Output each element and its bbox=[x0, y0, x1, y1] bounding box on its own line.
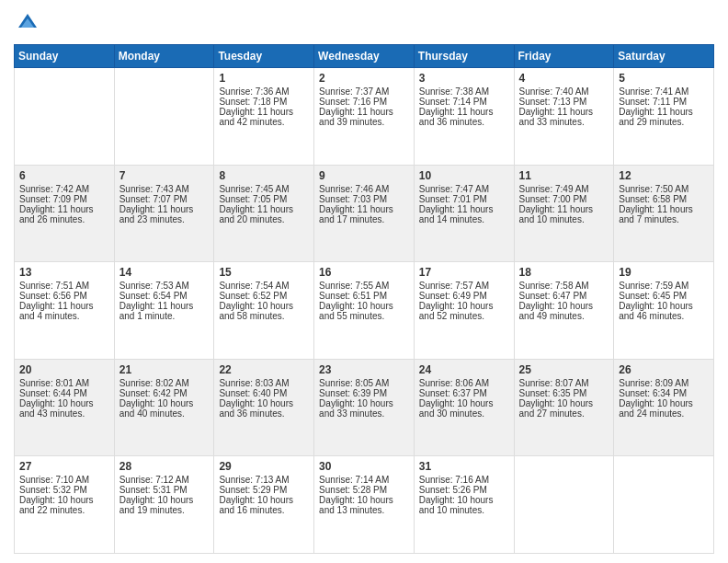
day-number: 1 bbox=[219, 72, 309, 85]
day-header-wednesday: Wednesday bbox=[314, 45, 415, 68]
sunrise-text: Sunrise: 7:54 AM bbox=[219, 281, 309, 291]
day-header-saturday: Saturday bbox=[614, 45, 714, 68]
day-number: 2 bbox=[319, 72, 409, 85]
daylight-text: Daylight: 11 hours and 7 minutes. bbox=[619, 204, 709, 224]
sunset-text: Sunset: 6:35 PM bbox=[519, 388, 609, 398]
daylight-text: Daylight: 10 hours and 22 minutes. bbox=[19, 495, 109, 515]
daylight-text: Daylight: 10 hours and 36 minutes. bbox=[219, 398, 309, 419]
daylight-text: Daylight: 11 hours and 23 minutes. bbox=[119, 204, 210, 224]
calendar-cell: 24Sunrise: 8:06 AMSunset: 6:37 PMDayligh… bbox=[414, 359, 514, 456]
calendar-cell bbox=[15, 68, 115, 166]
sunrise-text: Sunrise: 7:53 AM bbox=[119, 281, 210, 291]
day-number: 11 bbox=[519, 169, 609, 182]
daylight-text: Daylight: 10 hours and 52 minutes. bbox=[419, 301, 509, 321]
sunrise-text: Sunrise: 8:09 AM bbox=[619, 378, 709, 388]
day-number: 23 bbox=[319, 363, 409, 376]
sunrise-text: Sunrise: 8:05 AM bbox=[319, 378, 409, 388]
sunrise-text: Sunrise: 7:36 AM bbox=[219, 86, 309, 97]
calendar-cell: 28Sunrise: 7:12 AMSunset: 5:31 PMDayligh… bbox=[114, 456, 214, 554]
sunrise-text: Sunrise: 7:10 AM bbox=[19, 475, 109, 485]
daylight-text: Daylight: 11 hours and 14 minutes. bbox=[419, 204, 509, 224]
sunrise-text: Sunrise: 7:14 AM bbox=[319, 475, 409, 485]
sunset-text: Sunset: 6:39 PM bbox=[319, 388, 409, 398]
day-number: 21 bbox=[119, 363, 210, 376]
calendar-cell: 19Sunrise: 7:59 AMSunset: 6:45 PMDayligh… bbox=[614, 262, 714, 360]
day-number: 6 bbox=[19, 169, 109, 182]
day-number: 16 bbox=[319, 266, 409, 279]
sunrise-text: Sunrise: 7:13 AM bbox=[219, 475, 309, 485]
day-number: 3 bbox=[419, 72, 509, 85]
sunrise-text: Sunrise: 7:38 AM bbox=[419, 86, 509, 97]
calendar-cell bbox=[614, 456, 714, 554]
sunset-text: Sunset: 7:01 PM bbox=[419, 194, 509, 204]
calendar-cell: 22Sunrise: 8:03 AMSunset: 6:40 PMDayligh… bbox=[214, 359, 314, 456]
sunset-text: Sunset: 6:44 PM bbox=[19, 388, 109, 398]
calendar-table: SundayMondayTuesdayWednesdayThursdayFrid… bbox=[14, 44, 714, 554]
page: SundayMondayTuesdayWednesdayThursdayFrid… bbox=[0, 0, 728, 563]
sunset-text: Sunset: 6:37 PM bbox=[419, 388, 509, 398]
daylight-text: Daylight: 10 hours and 30 minutes. bbox=[419, 398, 509, 419]
week-row-2: 6Sunrise: 7:42 AMSunset: 7:09 PMDaylight… bbox=[15, 165, 714, 262]
sunset-text: Sunset: 7:11 PM bbox=[619, 97, 709, 107]
day-number: 20 bbox=[19, 363, 109, 376]
day-number: 28 bbox=[119, 460, 210, 473]
daylight-text: Daylight: 11 hours and 1 minute. bbox=[119, 301, 210, 321]
day-number: 5 bbox=[619, 72, 709, 85]
sunset-text: Sunset: 7:09 PM bbox=[19, 194, 109, 204]
day-number: 12 bbox=[619, 169, 709, 182]
calendar-cell: 12Sunrise: 7:50 AMSunset: 6:58 PMDayligh… bbox=[614, 165, 714, 262]
day-number: 27 bbox=[19, 460, 109, 473]
sunset-text: Sunset: 7:16 PM bbox=[319, 97, 409, 107]
week-row-4: 20Sunrise: 8:01 AMSunset: 6:44 PMDayligh… bbox=[15, 359, 714, 456]
day-number: 9 bbox=[319, 169, 409, 182]
calendar-cell bbox=[114, 68, 214, 166]
calendar-cell: 30Sunrise: 7:14 AMSunset: 5:28 PMDayligh… bbox=[314, 456, 415, 554]
sunrise-text: Sunrise: 8:01 AM bbox=[19, 378, 109, 388]
daylight-text: Daylight: 10 hours and 10 minutes. bbox=[419, 495, 509, 515]
sunrise-text: Sunrise: 7:50 AM bbox=[619, 184, 709, 194]
sunrise-text: Sunrise: 8:06 AM bbox=[419, 378, 509, 388]
daylight-text: Daylight: 10 hours and 58 minutes. bbox=[219, 301, 309, 321]
calendar-cell: 8Sunrise: 7:45 AMSunset: 7:05 PMDaylight… bbox=[214, 165, 314, 262]
calendar-cell: 10Sunrise: 7:47 AMSunset: 7:01 PMDayligh… bbox=[414, 165, 514, 262]
day-number: 30 bbox=[319, 460, 409, 473]
sunset-text: Sunset: 6:45 PM bbox=[619, 291, 709, 301]
day-number: 17 bbox=[419, 266, 509, 279]
calendar-cell: 15Sunrise: 7:54 AMSunset: 6:52 PMDayligh… bbox=[214, 262, 314, 360]
sunrise-text: Sunrise: 7:37 AM bbox=[319, 86, 409, 97]
sunset-text: Sunset: 6:54 PM bbox=[119, 291, 210, 301]
sunrise-text: Sunrise: 7:43 AM bbox=[119, 184, 210, 194]
daylight-text: Daylight: 10 hours and 43 minutes. bbox=[19, 398, 109, 419]
day-header-friday: Friday bbox=[514, 45, 614, 68]
calendar-cell: 4Sunrise: 7:40 AMSunset: 7:13 PMDaylight… bbox=[514, 68, 614, 166]
day-header-tuesday: Tuesday bbox=[214, 45, 314, 68]
day-number: 31 bbox=[419, 460, 509, 473]
sunset-text: Sunset: 6:40 PM bbox=[219, 388, 309, 398]
calendar-cell: 23Sunrise: 8:05 AMSunset: 6:39 PMDayligh… bbox=[314, 359, 415, 456]
sunset-text: Sunset: 7:07 PM bbox=[119, 194, 210, 204]
sunset-text: Sunset: 6:58 PM bbox=[619, 194, 709, 204]
sunrise-text: Sunrise: 7:51 AM bbox=[19, 281, 109, 291]
daylight-text: Daylight: 10 hours and 27 minutes. bbox=[519, 398, 609, 419]
sunrise-text: Sunrise: 7:41 AM bbox=[619, 86, 709, 97]
calendar-cell: 18Sunrise: 7:58 AMSunset: 6:47 PMDayligh… bbox=[514, 262, 614, 360]
sunrise-text: Sunrise: 7:16 AM bbox=[419, 475, 509, 485]
day-number: 19 bbox=[619, 266, 709, 279]
logo-icon bbox=[14, 9, 41, 37]
calendar-cell: 20Sunrise: 8:01 AMSunset: 6:44 PMDayligh… bbox=[15, 359, 115, 456]
sunrise-text: Sunrise: 7:12 AM bbox=[119, 475, 210, 485]
calendar-cell: 29Sunrise: 7:13 AMSunset: 5:29 PMDayligh… bbox=[214, 456, 314, 554]
sunset-text: Sunset: 6:56 PM bbox=[19, 291, 109, 301]
daylight-text: Daylight: 10 hours and 24 minutes. bbox=[619, 398, 709, 419]
calendar-cell: 6Sunrise: 7:42 AMSunset: 7:09 PMDaylight… bbox=[15, 165, 115, 262]
sunset-text: Sunset: 7:05 PM bbox=[219, 194, 309, 204]
calendar-cell: 17Sunrise: 7:57 AMSunset: 6:49 PMDayligh… bbox=[414, 262, 514, 360]
daylight-text: Daylight: 11 hours and 10 minutes. bbox=[519, 204, 609, 224]
daylight-text: Daylight: 11 hours and 29 minutes. bbox=[619, 107, 709, 127]
sunset-text: Sunset: 6:52 PM bbox=[219, 291, 309, 301]
calendar-cell: 7Sunrise: 7:43 AMSunset: 7:07 PMDaylight… bbox=[114, 165, 214, 262]
day-header-sunday: Sunday bbox=[15, 45, 115, 68]
day-number: 24 bbox=[419, 363, 509, 376]
daylight-text: Daylight: 10 hours and 55 minutes. bbox=[319, 301, 409, 321]
header bbox=[14, 9, 714, 37]
